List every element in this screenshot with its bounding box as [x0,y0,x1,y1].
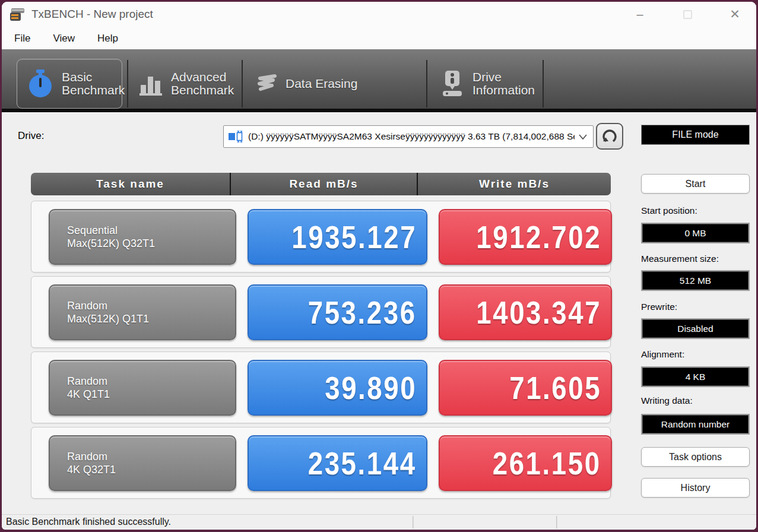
txbench-window: TxBENCH - New project – ✕ File View Help… [2,2,756,530]
read-value-button[interactable]: 1935.127 [248,209,427,265]
tab-separator [543,60,544,107]
header-read: Read mB/s [231,173,418,195]
tab-separator [426,60,427,107]
menu-file[interactable]: File [11,31,34,46]
tab-data-erasing[interactable]: Data Erasing [255,59,357,109]
minimize-button[interactable]: – [626,2,654,27]
refresh-icon [602,129,617,144]
drive-selected-value: (D:) ÿÿÿÿÿÿSATMÿÿÿÿSA2M63 Xesirseÿÿÿÿÿÿÿ… [248,131,575,142]
refresh-drives-button[interactable] [596,123,623,150]
task-options-button[interactable]: Task options [641,447,750,467]
write-value-button[interactable]: 71.605 [439,360,612,416]
maximize-icon [683,10,692,19]
disk-drive-icon [229,131,244,142]
eraser-scribble-icon [255,73,278,94]
tab-advanced-benchmark[interactable]: AdvancedBenchmark [139,59,234,109]
close-button[interactable]: ✕ [721,2,749,27]
bar-chart-icon [139,71,163,97]
menu-view[interactable]: View [49,31,78,46]
drive-label: Drive: [18,130,44,142]
maximize-button[interactable] [674,2,701,27]
start-button[interactable]: Start [641,174,750,194]
tab-separator [242,60,243,107]
app-icon [9,7,26,22]
read-value-button[interactable]: 235.144 [248,435,427,491]
header-write: Write mB/s [418,173,611,195]
tab-label: DriveInformation [472,71,535,97]
write-value-button[interactable]: 1912.702 [439,209,612,265]
drive-select[interactable]: (D:) ÿÿÿÿÿÿSATMÿÿÿÿSA2M63 Xesirseÿÿÿÿÿÿÿ… [223,125,594,148]
task-button[interactable]: RandomMax(512K) Q1T1 [49,284,236,340]
task-button[interactable]: SequentialMax(512K) Q32T1 [49,209,236,265]
measurement-size-label: Measurement size: [641,254,719,264]
task-button[interactable]: Random4K Q1T1 [49,360,236,416]
tab-drive-information[interactable]: DriveInformation [441,59,535,109]
tab-label: Data Erasing [286,77,357,90]
tab-basic-benchmark[interactable]: BasicBenchmark [17,59,122,109]
header-task-name: Task name [31,173,231,195]
start-position-value[interactable]: 0 MB [641,223,750,243]
status-bar: Basic Benchmark finished successfully. [2,514,756,530]
status-message: Basic Benchmark finished successfully. [6,517,171,527]
tab-strip: BasicBenchmark AdvancedBenchmark [2,49,756,112]
status-separator [413,516,414,528]
write-value-button[interactable]: 1403.347 [439,284,612,340]
task-button[interactable]: Random4K Q32T1 [49,435,236,491]
drive-info-icon [441,69,465,98]
tab-label: AdvancedBenchmark [171,71,234,97]
menu-help[interactable]: Help [94,31,122,46]
read-value-button[interactable]: 753.236 [248,284,427,340]
tab-label: BasicBenchmark [62,71,125,97]
writing-data-value[interactable]: Random number [641,414,750,435]
chevron-down-icon [579,134,587,140]
history-button[interactable]: History [641,478,750,498]
stopwatch-icon [27,68,54,99]
alignment-value[interactable]: 4 KB [641,366,750,387]
start-position-label: Start position: [641,205,697,216]
prewrite-value[interactable]: Disabled [641,318,750,339]
window-title: TxBENCH - New project [31,8,153,21]
write-value-button[interactable]: 261.150 [439,435,612,491]
status-separator [556,516,557,528]
file-mode-button[interactable]: FILE mode [641,125,750,145]
result-row-random-4k-q1t1: Random4K Q1T1 39.890 71.605 [31,352,611,423]
read-value-button[interactable]: 39.890 [248,360,427,416]
prewrite-label: Prewrite: [641,302,677,312]
result-row-random-max-q1t1: RandomMax(512K) Q1T1 753.236 1403.347 [31,276,611,348]
measurement-size-value[interactable]: 512 MB [641,270,750,291]
results-header: Task name Read mB/s Write mB/s [31,173,611,195]
result-row-random-4k-q32t1: Random4K Q32T1 235.144 261.150 [31,427,611,499]
tab-separator [127,60,128,107]
title-bar: TxBENCH - New project – ✕ [2,2,756,28]
writing-data-label: Writing data: [641,395,693,406]
txbench-window-frame: TxBENCH - New project – ✕ File View Help… [0,0,758,532]
menu-bar: File View Help [2,28,756,49]
result-row-sequential-q32t1: SequentialMax(512K) Q32T1 1935.127 1912.… [31,201,611,273]
alignment-label: Alignment: [641,349,684,360]
